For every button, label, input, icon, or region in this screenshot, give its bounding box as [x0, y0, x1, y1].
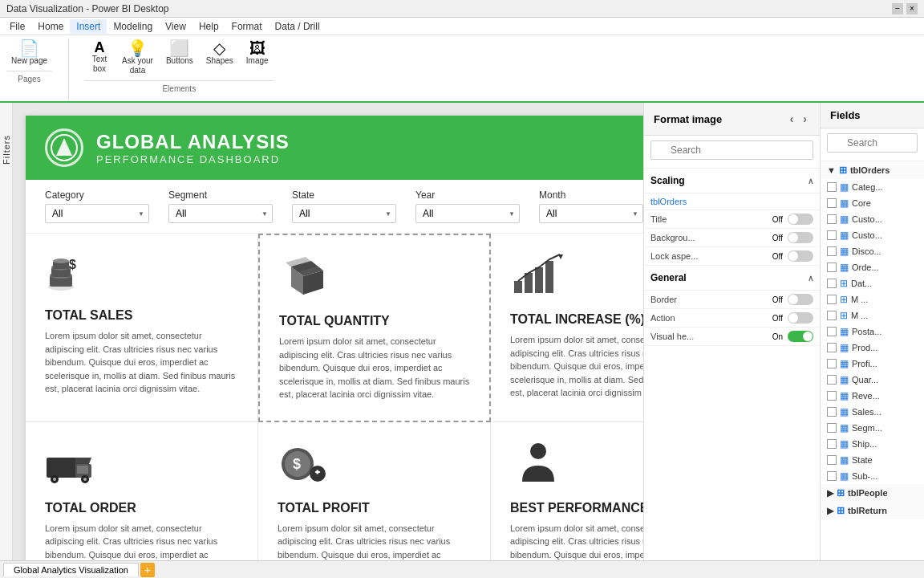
field-custo1[interactable]: ▦ Custo...	[821, 211, 924, 227]
field-reve[interactable]: ▦ Reve...	[821, 388, 924, 404]
field-posta[interactable]: ▦ Posta...	[821, 324, 924, 340]
kpi-best-performance[interactable]: BEST PERFORMANCE Lorem ipsum dolor sit a…	[491, 422, 643, 561]
general-header[interactable]: General ∧	[650, 271, 813, 285]
background-toggle-switch[interactable]	[788, 232, 813, 243]
format-search-input[interactable]	[650, 140, 813, 160]
border-section[interactable]: Border Off	[644, 291, 820, 309]
menu-modeling[interactable]: Modeling	[107, 19, 159, 34]
field-disco-checkbox[interactable]	[827, 246, 837, 256]
field-core-checkbox[interactable]	[827, 198, 837, 208]
field-core[interactable]: ▦ Core	[821, 195, 924, 211]
field-segm-checkbox[interactable]	[827, 423, 837, 433]
main-layout: Filters GLOBAL ANALYSIS PERFORMANCE DASH…	[0, 103, 924, 560]
menu-insert[interactable]: Insert	[70, 19, 107, 34]
visual-header-section[interactable]: Visual he... On	[644, 328, 820, 346]
close-button[interactable]: ×	[906, 3, 918, 14]
field-ship-checkbox[interactable]	[827, 439, 837, 449]
field-prod[interactable]: ▦ Prod...	[821, 340, 924, 356]
fields-panel: Fields ▼ ⊞ tblOrders ▦ Categ... ▦ Core	[820, 103, 924, 560]
field-sales[interactable]: ▦ Sales...	[821, 404, 924, 420]
field-categ[interactable]: ▦ Categ...	[821, 179, 924, 195]
kpi-total-sales[interactable]: $ TOTAL SALES Lorem ipsum dolor sit amet…	[26, 234, 258, 422]
field-m2-checkbox[interactable]	[827, 311, 837, 320]
field-dat-checkbox[interactable]	[827, 279, 837, 288]
field-categ-checkbox[interactable]	[827, 182, 837, 192]
menu-format[interactable]: Format	[225, 19, 269, 34]
field-dat[interactable]: ⊞ Dat...	[821, 275, 924, 291]
field-state[interactable]: ▦ State	[821, 452, 924, 468]
tbl-orders-label: tblOrders	[650, 197, 687, 206]
kpi-total-increase[interactable]: TOTAL INCREASE (%) Lorem ipsum dolor sit…	[491, 234, 643, 422]
kpi-total-profit[interactable]: $ TOTAL PROFIT Lorem ipsum dolor sit ame…	[258, 422, 491, 561]
tab-global-analytics[interactable]: Global Analytics Visualization	[3, 563, 139, 576]
field-m1-checkbox[interactable]	[827, 295, 837, 304]
field-custo1-label: Custo...	[852, 214, 882, 224]
segment-select[interactable]: All	[168, 204, 273, 223]
total-increase-desc: Lorem ipsum dolor sit amet, consectetur …	[510, 333, 643, 400]
menu-home[interactable]: Home	[31, 19, 70, 34]
field-segm[interactable]: ▦ Segm...	[821, 420, 924, 436]
text-box-button[interactable]: A Textbox	[85, 39, 114, 75]
field-sub[interactable]: ▦ Sub-...	[821, 468, 924, 484]
field-reve-checkbox[interactable]	[827, 391, 837, 401]
title-section[interactable]: Title Off	[644, 210, 820, 229]
action-toggle-switch[interactable]	[788, 312, 813, 324]
field-sub-checkbox[interactable]	[827, 471, 837, 481]
field-state-checkbox[interactable]	[827, 455, 837, 465]
minimize-button[interactable]: −	[892, 3, 903, 14]
ask-data-button[interactable]: 💡 Ask yourdata	[117, 39, 158, 77]
canvas-area[interactable]: GLOBAL ANALYSIS PERFORMANCE DASHBOARD ac…	[13, 103, 643, 560]
field-orde-checkbox[interactable]	[827, 263, 837, 272]
shapes-button[interactable]: ◇ Shapes	[201, 39, 238, 67]
expand-button[interactable]: ›	[800, 109, 810, 128]
field-disco-type-icon: ▦	[840, 246, 849, 257]
border-toggle-switch[interactable]	[788, 294, 813, 305]
field-custo2[interactable]: ▦ Custo...	[821, 227, 924, 243]
field-m2-label: M ...	[851, 311, 868, 320]
field-custo1-checkbox[interactable]	[827, 214, 837, 224]
title-toggle-switch[interactable]	[788, 214, 813, 225]
field-ship[interactable]: ▦ Ship...	[821, 436, 924, 452]
fields-search-input[interactable]	[827, 133, 918, 153]
category-select[interactable]: All	[45, 204, 149, 223]
field-sales-checkbox[interactable]	[827, 407, 837, 417]
lock-aspect-toggle-switch[interactable]	[788, 250, 813, 262]
fields-search-wrap	[827, 133, 918, 156]
field-quar-checkbox[interactable]	[827, 375, 837, 385]
month-select[interactable]: All	[539, 204, 643, 223]
year-select[interactable]: All	[415, 204, 520, 223]
kpi-total-order[interactable]: TOTAL ORDER Lorem ipsum dolor sit amet, …	[26, 422, 258, 561]
background-section[interactable]: Backgrou... Off	[644, 229, 820, 247]
menu-data-drill[interactable]: Data / Drill	[269, 19, 326, 34]
state-select[interactable]: All	[292, 204, 396, 223]
month-select-wrap: All	[539, 204, 643, 223]
field-m1[interactable]: ⊞ M ...	[821, 291, 924, 307]
collapse-button[interactable]: ‹	[787, 109, 797, 128]
menu-view[interactable]: View	[159, 19, 192, 34]
tab-add-button[interactable]: +	[140, 563, 155, 577]
field-quar[interactable]: ▦ Quar...	[821, 372, 924, 388]
field-disco[interactable]: ▦ Disco...	[821, 243, 924, 259]
field-profi[interactable]: ▦ Profi...	[821, 356, 924, 372]
tbl-orders-section[interactable]: ▼ ⊞ tblOrders	[821, 161, 924, 179]
tbl-return-section[interactable]: ▶ ⊞ tblReturn	[821, 502, 924, 519]
menu-file[interactable]: File	[3, 19, 31, 34]
visual-header-toggle-switch[interactable]	[788, 331, 813, 342]
field-posta-checkbox[interactable]	[827, 327, 837, 336]
new-page-button[interactable]: 📄 New page	[6, 39, 52, 67]
field-profi-checkbox[interactable]	[827, 359, 837, 368]
field-orde[interactable]: ▦ Orde...	[821, 259, 924, 275]
image-button[interactable]: 🖼 Image	[241, 39, 274, 67]
lock-aspect-section[interactable]: Lock aspe... Off	[644, 247, 820, 266]
kpi-total-quantity[interactable]: TOTAL QUANTITY Lorem ipsum dolor sit ame…	[258, 234, 491, 422]
menu-help[interactable]: Help	[192, 19, 225, 34]
field-prod-checkbox[interactable]	[827, 343, 837, 352]
field-quar-type-icon: ▦	[840, 374, 849, 385]
svg-rect-19	[47, 458, 79, 478]
tbl-people-section[interactable]: ▶ ⊞ tblPeople	[821, 484, 924, 502]
scaling-header[interactable]: Scaling ∧	[650, 173, 813, 188]
field-m2[interactable]: ⊞ M ...	[821, 307, 924, 324]
action-section[interactable]: Action Off	[644, 309, 820, 328]
buttons-button[interactable]: ⬜ Buttons	[161, 39, 198, 67]
field-custo2-checkbox[interactable]	[827, 230, 837, 240]
